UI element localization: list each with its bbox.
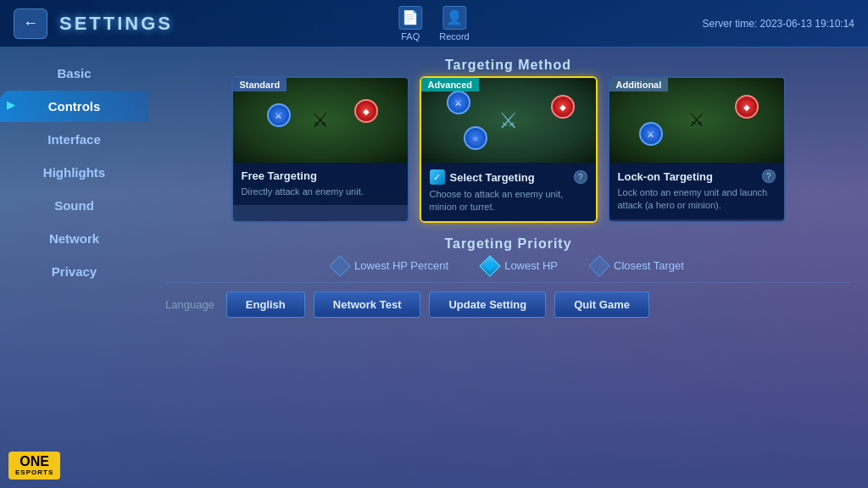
priority-lowest-hp-percent[interactable]: Lowest HP Percent — [332, 258, 448, 274]
record-icon: 👤 — [442, 6, 466, 30]
priority-diamond-lowest-hp-percent — [329, 255, 350, 276]
quit-game-button[interactable]: Quit Game — [554, 291, 649, 318]
card-additional-name-row: Lock-on Targeting ? — [618, 169, 776, 183]
priority-label-lowest-hp-percent: Lowest HP Percent — [354, 259, 448, 272]
standard-tag: Standard — [233, 78, 287, 92]
bottom-bar: Language English Network Test Update Set… — [165, 282, 851, 321]
targeting-cards: ⚔ ◆ ⚔ Standard Free Targeting Directly a… — [165, 76, 851, 223]
card-additional-desc: Lock onto an enemy unit and launch attac… — [618, 186, 776, 213]
network-test-button[interactable]: Network Test — [314, 291, 421, 318]
back-button[interactable]: ← — [14, 8, 47, 39]
card-standard-desc: Directly attack an enemy unit. — [242, 186, 399, 198]
sidebar-item-interface[interactable]: Interface — [0, 124, 148, 155]
card-advanced-info: ✓ Select Targeting ? Choose to attack an… — [421, 163, 596, 221]
select-targeting-check: ✓ — [430, 169, 445, 185]
hero-blue-1: ⚔ — [267, 103, 291, 127]
card-advanced-image: ⚔ ◆ ○ ⚔ Advanced — [421, 78, 596, 163]
card-standard-info: Free Targeting Directly attack an enemy … — [233, 163, 408, 205]
logo-one: ONE — [19, 455, 49, 469]
sidebar: Basic Controls Interface Highlights Soun… — [0, 47, 148, 488]
sidebar-item-highlights[interactable]: Highlights — [0, 157, 148, 188]
hero-red-1: ◆ — [354, 99, 378, 123]
faq-button[interactable]: 📄 FAQ — [398, 6, 422, 42]
card-advanced-name-row: ✓ Select Targeting ? — [430, 169, 587, 185]
card-standard-name-row: Free Targeting — [242, 169, 399, 182]
select-targeting-help[interactable]: ? — [574, 170, 587, 184]
targeting-priority-title: Targeting Priority — [165, 236, 851, 252]
content-area: Targeting Method ⚔ ◆ ⚔ Standard Fre — [148, 47, 868, 488]
card-standard-name: Free Targeting — [242, 169, 317, 182]
targeting-priority-section: Targeting Priority Lowest HP Percent Low… — [165, 236, 851, 274]
server-time: Server time: 2023-06-13 19:10:14 — [703, 18, 854, 30]
sword-decoration: ⚔ — [311, 108, 330, 132]
hero-red-3: ◆ — [735, 95, 759, 119]
card-advanced[interactable]: ⚔ ◆ ○ ⚔ Advanced ✓ Select Targeting ? — [420, 76, 598, 223]
card-advanced-desc: Choose to attack an enemy unit, minion o… — [430, 188, 587, 214]
update-setting-button[interactable]: Update Setting — [429, 291, 546, 318]
priority-closest-target[interactable]: Closest Target — [592, 258, 684, 274]
hero-blue-2: ⚔ — [447, 91, 470, 114]
sidebar-item-sound[interactable]: Sound — [0, 190, 148, 221]
one-esports-logo: ONE ESPORTS — [8, 452, 60, 480]
sidebar-item-basic[interactable]: Basic — [0, 58, 148, 89]
hero-blue-3: ○ — [464, 126, 487, 150]
sidebar-item-network[interactable]: Network — [0, 223, 148, 254]
faq-icon: 📄 — [398, 6, 422, 30]
card-standard-image: ⚔ ◆ ⚔ Standard — [233, 78, 408, 163]
sword-decoration-2: ⚔ — [498, 108, 518, 134]
priority-label-closest: Closest Target — [614, 259, 684, 272]
priority-options: Lowest HP Percent Lowest HP Closest Targ… — [165, 258, 851, 274]
language-label: Language — [165, 298, 214, 311]
card-advanced-name: Select Targeting — [450, 171, 535, 184]
priority-diamond-closest — [588, 255, 609, 276]
card-additional-info: Lock-on Targeting ? Lock onto an enemy u… — [609, 163, 784, 219]
hero-blue-4: ⚔ — [639, 122, 663, 146]
top-center-icons: 📄 FAQ 👤 Record — [398, 6, 469, 42]
hero-red-2: ◆ — [551, 95, 575, 119]
priority-diamond-inner — [485, 261, 494, 270]
targeting-method-section: Targeting Method ⚔ ◆ ⚔ Standard Fre — [165, 58, 851, 223]
top-bar: ← SETTINGS 📄 FAQ 👤 Record Server time: 2… — [0, 0, 868, 47]
record-button[interactable]: 👤 Record — [439, 6, 469, 42]
additional-tag: Additional — [609, 78, 669, 92]
priority-diamond-lowest-hp — [479, 255, 500, 276]
card-standard[interactable]: ⚔ ◆ ⚔ Standard Free Targeting Directly a… — [231, 76, 409, 223]
sidebar-item-controls[interactable]: Controls — [0, 91, 148, 122]
card-additional-name: Lock-on Targeting — [618, 170, 713, 183]
priority-lowest-hp[interactable]: Lowest HP — [482, 258, 558, 274]
english-button[interactable]: English — [226, 291, 305, 318]
lockon-targeting-help[interactable]: ? — [762, 169, 776, 183]
priority-label-lowest-hp: Lowest HP — [504, 259, 558, 272]
sidebar-item-privacy[interactable]: Privacy — [0, 256, 148, 287]
targeting-method-title: Targeting Method — [165, 58, 851, 73]
settings-title: SETTINGS — [59, 13, 173, 35]
logo-esports: ESPORTS — [15, 469, 53, 476]
main-layout: Basic Controls Interface Highlights Soun… — [0, 47, 868, 488]
sword-decoration-3: ⚔ — [688, 109, 705, 131]
advanced-tag: Advanced — [421, 78, 480, 92]
card-additional[interactable]: ◆ ⚔ ⚔ Additional Lock-on Targeting ? Loc… — [608, 76, 786, 223]
card-additional-image: ◆ ⚔ ⚔ Additional — [609, 78, 784, 163]
